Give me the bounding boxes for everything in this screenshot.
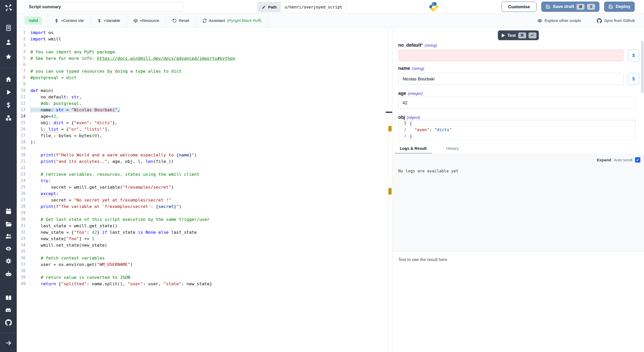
code-line[interactable]: 40 return {"splitted": name.split(), "us… xyxy=(17,281,392,287)
windmill-logo-icon[interactable] xyxy=(4,3,13,13)
auto-scroll-checkbox[interactable]: ✓ xyxy=(635,157,640,163)
content: 1import os2import wmill34# You can impor… xyxy=(17,28,644,352)
code-line[interactable]: 12 #db: postgresql, xyxy=(17,100,392,107)
code-line[interactable]: 34 wmill.set_state(new_state) xyxy=(17,242,392,248)
code-line[interactable]: 32 new_state = {"foo": 42} if last_state… xyxy=(17,229,392,236)
play-icon[interactable] xyxy=(5,89,12,96)
code-line[interactable]: 9 xyxy=(17,81,392,87)
overview-ruler[interactable] xyxy=(388,28,392,352)
code-line[interactable]: 21 print("and its acolytes..", age, obj,… xyxy=(17,158,392,165)
sidebar xyxy=(0,0,17,352)
age-input[interactable] xyxy=(398,97,635,109)
sidebar-divider xyxy=(0,333,17,333)
code-line[interactable]: 14 age=42, xyxy=(17,113,392,120)
github-icon xyxy=(597,18,602,23)
sync-from-github-button[interactable]: Sync from Github xyxy=(597,18,635,23)
code-line[interactable]: 2import wmill xyxy=(17,36,392,42)
script-summary-input[interactable] xyxy=(24,2,183,12)
discord-icon[interactable] xyxy=(5,307,12,314)
path-value[interactable]: u/henri/overjoyed_script xyxy=(281,2,346,12)
gear-icon[interactable] xyxy=(5,258,12,264)
code-line[interactable]: 17 file_: bytes = bytes(0), xyxy=(17,132,392,139)
code-line[interactable]: 29 xyxy=(17,210,392,216)
code-line[interactable]: 15 obj: dict = {"even": "dicts"}, xyxy=(17,120,392,126)
explore-other-scripts-button[interactable]: Explore other scripts xyxy=(537,18,581,23)
json-line[interactable]: 2 "even": "dicts" xyxy=(399,127,635,133)
tab-logs-result[interactable]: Logs & Result xyxy=(395,144,432,154)
tab-history[interactable]: History xyxy=(441,144,464,153)
add-variable-button[interactable]: +Variable xyxy=(91,18,127,23)
obj-json-editor[interactable]: 1{2 "even": "dicts"3} xyxy=(398,120,635,140)
code-line[interactable]: 20 print(f"Hello World and a warm welcom… xyxy=(17,152,392,158)
calendar-icon[interactable] xyxy=(5,208,12,215)
dollar-icon[interactable] xyxy=(5,102,12,108)
star-icon[interactable] xyxy=(5,53,12,60)
code-line[interactable]: 30 # Get last state of this script execu… xyxy=(17,216,392,223)
json-line[interactable]: 3} xyxy=(399,133,635,139)
folder-open-icon[interactable] xyxy=(5,221,12,228)
add-resource-button[interactable]: +Resource xyxy=(127,18,166,23)
code-line[interactable]: 13····name: str = "Nicolas Bourbaki", xyxy=(17,107,392,113)
code-line[interactable]: 31 last_state = wmill.get_state() xyxy=(17,223,392,229)
code-line[interactable]: 18): xyxy=(17,139,392,145)
code-line[interactable]: 1import os xyxy=(17,29,392,36)
code-line[interactable]: 22 xyxy=(17,165,392,171)
deploy-button[interactable]: Deploy xyxy=(604,2,635,12)
code-line[interactable]: 39 # return value is converted to JSON xyxy=(17,274,392,281)
eye-audit-icon[interactable] xyxy=(5,245,12,252)
users-gear-icon[interactable] xyxy=(5,233,12,240)
github-icon[interactable] xyxy=(5,319,12,326)
code-line[interactable]: 37 user = os.environ.get("WM_USERNAME") xyxy=(17,261,392,268)
code-line[interactable]: 24 try: xyxy=(17,178,392,184)
name-input[interactable] xyxy=(398,73,624,85)
code-line[interactable]: 27 secret = "No secret yet at f/examples… xyxy=(17,197,392,203)
code-line[interactable]: 23 # retrieve variables, resources, stat… xyxy=(17,171,392,178)
code-line[interactable]: 4# You can import any PyPi package. xyxy=(17,49,392,55)
code-line[interactable]: 5# See here for more info: https://docs.… xyxy=(17,55,392,62)
panel-scrollbar[interactable] xyxy=(641,41,643,93)
top-bar: Path u/henri/overjoyed_script Customise … xyxy=(17,0,644,14)
add-context-var-button[interactable]: +Context Var xyxy=(48,18,90,23)
path-label: Path xyxy=(268,5,277,10)
save-draft-button[interactable]: Save draft ⌘ S xyxy=(541,2,599,12)
code-line[interactable]: 16 l: list = ["or", "lists!"], xyxy=(17,126,392,132)
building-icon[interactable] xyxy=(5,24,12,31)
code-line[interactable]: 7# you can use typed resources by doing … xyxy=(17,68,392,74)
field-name: no_default xyxy=(398,43,421,48)
required-star: * xyxy=(421,43,423,48)
code-editor[interactable]: 1import os2import wmill34# You can impor… xyxy=(17,28,392,352)
code-line[interactable]: 6 xyxy=(17,62,392,68)
panel-resize-handle[interactable] xyxy=(386,112,392,113)
path-edit-button[interactable]: Path xyxy=(258,2,281,12)
reset-button[interactable]: Reset xyxy=(166,18,196,23)
code-line[interactable]: 36 # fetch context variables xyxy=(17,255,392,261)
json-line[interactable]: 1{ xyxy=(399,120,635,127)
deploy-label: Deploy xyxy=(616,4,630,9)
code-line[interactable]: 3 xyxy=(17,42,392,49)
test-button[interactable]: Test ⌘ ↵ xyxy=(498,30,539,40)
robot-icon[interactable] xyxy=(5,270,12,277)
user-icon[interactable] xyxy=(5,39,12,46)
code-line[interactable]: 33 new_state["foo"] += 1 xyxy=(17,236,392,242)
code-line[interactable]: 19 xyxy=(17,145,392,152)
no-default-input[interactable] xyxy=(398,49,624,61)
assistant-button[interactable]: Assistant (Pyright Black Ruff) xyxy=(196,18,268,23)
code-line[interactable]: 35 xyxy=(17,248,392,255)
home-icon[interactable] xyxy=(5,76,12,83)
book-icon[interactable] xyxy=(5,295,12,301)
package-icon xyxy=(133,19,138,23)
code-line[interactable]: 11 no_default: str, xyxy=(17,94,392,100)
code-line[interactable]: 10def main( xyxy=(17,87,392,94)
customise-button[interactable]: Customise xyxy=(502,2,537,12)
code-line[interactable]: 38 xyxy=(17,268,392,274)
arrow-right-icon[interactable] xyxy=(5,340,12,346)
code-line[interactable]: 8#postgresql = dict xyxy=(17,74,392,81)
boxes-icon[interactable] xyxy=(5,115,12,121)
expand-button[interactable]: Expand xyxy=(597,158,611,162)
code-line[interactable]: 26 except: xyxy=(17,190,392,197)
no-default-variable-picker-button[interactable]: $ xyxy=(628,49,639,61)
pencil-icon xyxy=(262,5,266,9)
code-line[interactable]: 25 secret = wmill.get_variable("f/exampl… xyxy=(17,184,392,190)
name-variable-picker-button[interactable]: $ xyxy=(628,73,639,85)
code-line[interactable]: 28 print(f"The variable at `f/examples/s… xyxy=(17,203,392,210)
